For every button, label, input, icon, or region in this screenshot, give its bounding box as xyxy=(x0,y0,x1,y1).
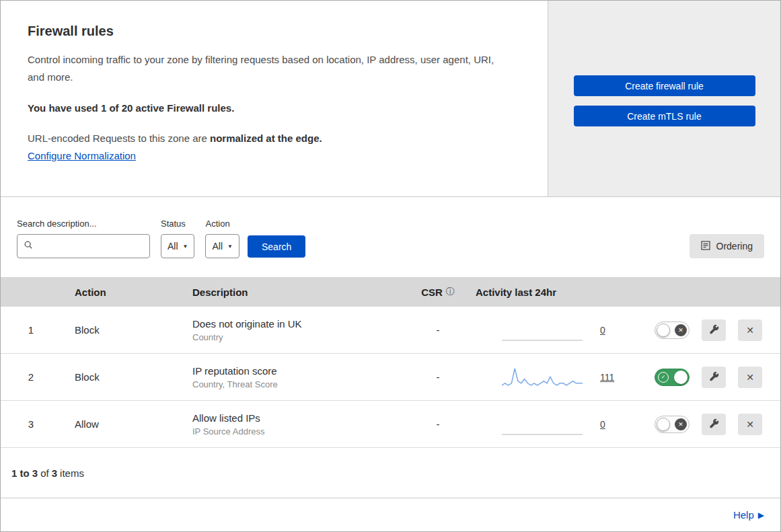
toggle-knob xyxy=(657,324,670,337)
action-filter-group: Action All ▼ xyxy=(205,219,239,258)
column-description: Description xyxy=(182,287,404,298)
rule-action: Block xyxy=(61,324,182,336)
wrench-icon xyxy=(709,371,719,383)
normalization-text: URL-encoded Requests to this zone are no… xyxy=(28,132,521,144)
activity-sparkline xyxy=(502,365,583,389)
filter-bar: Search description... Status All ▼ Actio… xyxy=(1,197,780,277)
normalization-text-bold: normalized at the edge. xyxy=(210,132,322,144)
wrench-icon xyxy=(709,418,719,430)
rule-controls: ✕ ✕ xyxy=(640,319,780,341)
delete-rule-button[interactable]: ✕ xyxy=(738,367,762,388)
delete-rule-button[interactable]: ✕ xyxy=(738,319,762,341)
items-text: items xyxy=(60,467,84,479)
delete-rule-button[interactable]: ✕ xyxy=(738,414,762,435)
rule-activity-cell: 0 xyxy=(472,318,640,342)
rule-enabled-toggle[interactable]: ✕ xyxy=(655,321,690,339)
action-label: Action xyxy=(205,219,239,229)
rule-description-cell: IP reputation score Country, Threat Scor… xyxy=(182,365,404,389)
toggle-knob xyxy=(674,371,687,384)
rule-controls: ✕ ✕ xyxy=(640,414,780,435)
toggle-knob xyxy=(657,418,670,431)
header-text-panel: Firewall rules Control incoming traffic … xyxy=(1,1,548,196)
create-firewall-rule-button[interactable]: Create firewall rule xyxy=(574,75,755,96)
rule-action: Block xyxy=(61,371,182,383)
activity-count-link[interactable]: 111 xyxy=(600,372,614,383)
activity-count-link[interactable]: 0 xyxy=(600,325,605,336)
firewall-rules-page: Firewall rules Control incoming traffic … xyxy=(0,0,781,532)
search-box[interactable] xyxy=(17,234,150,258)
rule-activity-cell: 0 xyxy=(472,412,640,436)
rule-csr-value: - xyxy=(404,324,472,336)
rule-csr-value: - xyxy=(404,371,472,383)
rule-enabled-toggle[interactable]: ✓ xyxy=(655,369,690,386)
rule-match-fields: Country, Threat Score xyxy=(192,379,404,389)
status-dropdown[interactable]: All ▼ xyxy=(161,234,194,258)
search-icon xyxy=(24,240,33,252)
ordering-button-label: Ordering xyxy=(716,241,753,252)
toggle-state-icon: ✕ xyxy=(675,324,687,336)
close-icon: ✕ xyxy=(746,419,754,430)
search-input[interactable] xyxy=(37,241,143,252)
column-csr: CSR ⓘ xyxy=(404,286,472,298)
rule-description-cell: Allow listed IPs IP Source Address xyxy=(182,412,404,436)
help-bar: Help ▶ xyxy=(1,498,780,531)
activity-count-link[interactable]: 0 xyxy=(600,419,605,430)
table-row: 1 Block Does not originate in UK Country… xyxy=(1,307,780,354)
activity-sparkline xyxy=(502,412,583,436)
pagination-summary: 1 to 3 of 3 items xyxy=(1,448,780,498)
wrench-icon xyxy=(709,324,719,336)
edit-rule-button[interactable] xyxy=(702,414,726,435)
toggle-state-icon: ✕ xyxy=(675,418,687,430)
edit-rule-button[interactable] xyxy=(702,319,726,341)
action-dropdown-value: All xyxy=(212,241,223,252)
info-icon[interactable]: ⓘ xyxy=(446,286,455,298)
of-text: of xyxy=(40,467,49,479)
rule-activity-cell: 111 xyxy=(472,365,640,389)
table-header: Action Description CSR ⓘ Activity last 2… xyxy=(1,277,780,307)
ordering-button[interactable]: Ordering xyxy=(690,234,764,258)
normalization-text-prefix: URL-encoded Requests to this zone are xyxy=(28,132,210,144)
edit-rule-button[interactable] xyxy=(702,367,726,388)
status-label: Status xyxy=(161,219,194,229)
activity-sparkline xyxy=(502,318,583,342)
item-total: 3 xyxy=(52,467,57,479)
table-row: 3 Allow Allow listed IPs IP Source Addre… xyxy=(1,401,780,448)
rule-priority: 3 xyxy=(1,418,61,430)
rule-description: Does not originate in UK xyxy=(192,318,404,330)
rule-controls: ✓ ✕ xyxy=(640,367,780,388)
chevron-down-icon: ▼ xyxy=(227,243,233,250)
arrow-right-icon: ▶ xyxy=(758,510,764,520)
ordering-list-icon xyxy=(701,241,710,252)
search-label: Search description... xyxy=(17,219,150,229)
rule-csr-value: - xyxy=(404,418,472,430)
page-title: Firewall rules xyxy=(28,24,521,39)
item-range: 1 to 3 xyxy=(11,467,38,479)
close-icon: ✕ xyxy=(746,372,754,383)
rule-priority: 1 xyxy=(1,324,61,336)
action-dropdown[interactable]: All ▼ xyxy=(205,234,239,258)
chevron-down-icon: ▼ xyxy=(183,243,188,250)
rule-match-fields: IP Source Address xyxy=(192,426,404,436)
create-mtls-rule-button[interactable]: Create mTLS rule xyxy=(574,106,755,126)
status-filter-group: Status All ▼ xyxy=(161,219,194,258)
rule-priority: 2 xyxy=(1,371,61,383)
column-activity: Activity last 24hr xyxy=(472,287,640,298)
configure-normalization-link[interactable]: Configure Normalization xyxy=(28,150,136,161)
rule-action: Allow xyxy=(61,418,182,430)
column-csr-label: CSR xyxy=(421,287,443,298)
status-dropdown-value: All xyxy=(168,241,178,252)
rule-usage-text: You have used 1 of 20 active Firewall ru… xyxy=(28,102,521,114)
rule-enabled-toggle[interactable]: ✕ xyxy=(655,416,690,433)
toggle-state-icon: ✓ xyxy=(658,372,669,383)
rule-description: Allow listed IPs xyxy=(192,412,404,424)
rule-description: IP reputation score xyxy=(192,365,404,377)
table-row: 2 Block IP reputation score Country, Thr… xyxy=(1,354,780,401)
search-button[interactable]: Search xyxy=(248,235,305,258)
close-icon: ✕ xyxy=(746,325,754,336)
page-description: Control incoming traffic to your zone by… xyxy=(28,51,509,86)
help-link[interactable]: Help ▶ xyxy=(733,509,764,521)
column-action: Action xyxy=(61,287,182,298)
rule-description-cell: Does not originate in UK Country xyxy=(182,318,404,342)
rule-match-fields: Country xyxy=(192,332,404,342)
header-actions-panel: Create firewall rule Create mTLS rule xyxy=(548,1,780,196)
